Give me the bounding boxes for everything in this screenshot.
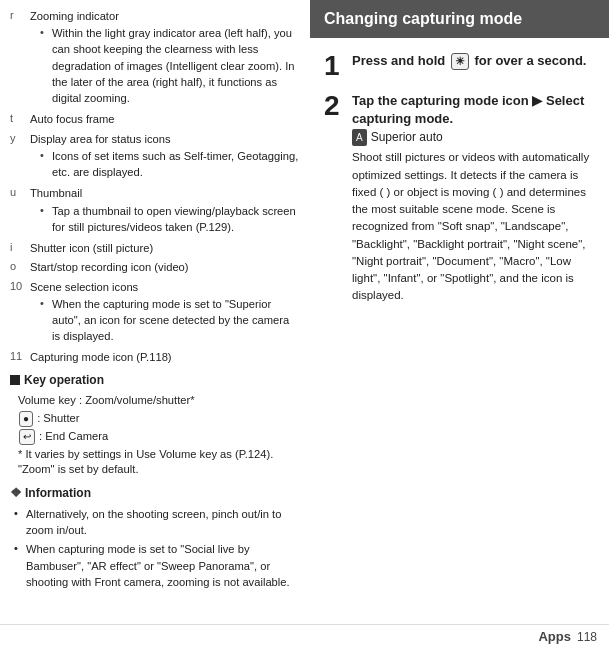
step-2-title-text: Tap the capturing mode icon xyxy=(352,93,529,108)
sub-item-10-0: • When the capturing mode is set to "Sup… xyxy=(40,296,300,345)
step-2-body-text: Shoot still pictures or videos with auto… xyxy=(352,151,589,301)
list-item-i: i Shutter icon (still picture) xyxy=(10,240,300,256)
marker-11: 11 xyxy=(10,349,30,365)
marker-t: t xyxy=(10,111,30,127)
step-2-content: Tap the capturing mode icon ▶ Select cap… xyxy=(352,92,595,305)
marker-r: r xyxy=(10,8,30,108)
item-10-sub: • When the capturing mode is set to "Sup… xyxy=(30,296,300,345)
item-u-sub: • Tap a thumbnail to open viewing/playba… xyxy=(30,203,300,235)
item-t-label: Auto focus frame xyxy=(30,113,115,125)
sub-y-0-text: Icons of set items such as Self-timer, G… xyxy=(52,148,300,180)
item-o-content: Start/stop recording icon (video) xyxy=(30,259,300,275)
info-0-text: Alternatively, on the shooting screen, p… xyxy=(26,506,300,538)
main-content: r Zooming indicator • Within the light g… xyxy=(0,0,609,624)
bullet: • xyxy=(40,296,52,345)
step-2-num: 2 xyxy=(324,92,342,120)
marker-u: u xyxy=(10,185,30,237)
sub-item-y-0: • Icons of set items such as Self-timer,… xyxy=(40,148,300,180)
end-key-icon: ↩ xyxy=(19,429,35,445)
superior-badge-icon: A xyxy=(352,129,367,146)
camera-icon: ☀ xyxy=(451,53,469,70)
key-op-shutter: ● : Shutter xyxy=(10,411,300,427)
item-u-content: Thumbnail • Tap a thumbnail to open view… xyxy=(30,185,300,237)
item-r-label: Zooming indicator xyxy=(30,10,119,22)
sub-item-u-0: • Tap a thumbnail to open viewing/playba… xyxy=(40,203,300,235)
item-t-content: Auto focus frame xyxy=(30,111,300,127)
diamond-icon: ❖ xyxy=(10,484,22,503)
item-y-label: Display area for status icons xyxy=(30,133,171,145)
item-u-label: Thumbnail xyxy=(30,187,82,199)
step-1-num: 1 xyxy=(324,52,342,80)
item-r-sub: • Within the light gray indicator area (… xyxy=(30,25,300,106)
superior-label: A Superior auto xyxy=(352,128,595,146)
info-1-text: When capturing mode is set to "Social li… xyxy=(26,541,300,590)
list-item-10: 10 Scene selection icons • When the capt… xyxy=(10,279,300,347)
sub-r-0-text: Within the light gray indicator area (le… xyxy=(52,25,300,106)
sub-10-0-text: When the capturing mode is set to "Super… xyxy=(52,296,300,345)
volume-label: Volume key : Zoom/volume/shutter* xyxy=(18,394,195,406)
page-number: 118 xyxy=(577,630,597,644)
list-item-r: r Zooming indicator • Within the light g… xyxy=(10,8,300,108)
bullet: • xyxy=(40,25,52,106)
sub-item-r-0: • Within the light gray indicator area (… xyxy=(40,25,300,106)
left-column: r Zooming indicator • Within the light g… xyxy=(0,0,310,624)
step-2-body: Shoot still pictures or videos with auto… xyxy=(352,149,595,304)
key-operation-header: Key operation xyxy=(10,372,300,389)
step-1-title-suffix: for over a second. xyxy=(474,53,586,68)
apps-label: Apps xyxy=(538,629,571,644)
list-item-o: o Start/stop recording icon (video) xyxy=(10,259,300,275)
bullet: • xyxy=(40,203,52,235)
item-i-content: Shutter icon (still picture) xyxy=(30,240,300,256)
step-1-title: Press and hold ☀ for over a second. xyxy=(352,52,595,70)
marker-10: 10 xyxy=(10,279,30,347)
item-r-content: Zooming indicator • Within the light gra… xyxy=(30,8,300,108)
marker-o: o xyxy=(10,259,30,275)
item-y-content: Display area for status icons • Icons of… xyxy=(30,131,300,183)
item-11-content: Capturing mode icon (P.118) xyxy=(30,349,300,365)
marker-i: i xyxy=(10,240,30,256)
sub-u-0-text: Tap a thumbnail to open viewing/playback… xyxy=(52,203,300,235)
item-o-label: Start/stop recording icon (video) xyxy=(30,261,189,273)
item-10-content: Scene selection icons • When the capturi… xyxy=(30,279,300,347)
step-1: 1 Press and hold ☀ for over a second. xyxy=(324,52,595,80)
square-icon xyxy=(10,375,20,385)
key-op-end: ↩ : End Camera xyxy=(10,429,300,445)
right-header: Changing capturing mode xyxy=(310,0,609,38)
step-1-title-text: Press and hold xyxy=(352,53,445,68)
key-op-label: Key operation xyxy=(24,372,104,389)
shutter-key-icon: ● xyxy=(19,411,33,427)
shutter-label: : Shutter xyxy=(37,412,79,424)
list-item-y: y Display area for status icons • Icons … xyxy=(10,131,300,183)
superior-label-text: Superior auto xyxy=(371,128,443,146)
step-2: 2 Tap the capturing mode icon ▶ Select c… xyxy=(324,92,595,305)
end-label: : End Camera xyxy=(39,430,108,442)
info-bullet-1: • When capturing mode is set to "Social … xyxy=(10,541,300,590)
key-op-note: * It varies by settings in Use Volume ke… xyxy=(10,447,300,478)
item-10-label: Scene selection icons xyxy=(30,281,138,293)
item-11-label: Capturing mode icon (P.118) xyxy=(30,351,172,363)
info-bullet-0: • Alternatively, on the shooting screen,… xyxy=(10,506,300,538)
item-y-sub: • Icons of set items such as Self-timer,… xyxy=(30,148,300,180)
bullet-dot: • xyxy=(14,541,26,590)
list-item-11: 11 Capturing mode icon (P.118) xyxy=(10,349,300,365)
key-op-note-text: * It varies by settings in Use Volume ke… xyxy=(18,448,273,476)
key-op-volume: Volume key : Zoom/volume/shutter* xyxy=(10,393,300,409)
marker-y: y xyxy=(10,131,30,183)
list-item-t: t Auto focus frame xyxy=(10,111,300,127)
step-2-arrow: ▶ xyxy=(532,93,542,108)
info-header-label: Information xyxy=(25,485,91,502)
footer: Apps 118 xyxy=(0,624,609,648)
right-header-text: Changing capturing mode xyxy=(324,10,522,27)
step-1-content: Press and hold ☀ for over a second. xyxy=(352,52,595,70)
list-item-u: u Thumbnail • Tap a thumbnail to open vi… xyxy=(10,185,300,237)
bullet-dot: • xyxy=(14,506,26,538)
right-body: 1 Press and hold ☀ for over a second. 2 … xyxy=(310,38,609,331)
info-header: ❖ Information xyxy=(10,484,300,503)
right-column: Changing capturing mode 1 Press and hold… xyxy=(310,0,609,624)
item-i-label: Shutter icon (still picture) xyxy=(30,242,153,254)
bullet: • xyxy=(40,148,52,180)
step-2-title: Tap the capturing mode icon ▶ Select cap… xyxy=(352,92,595,128)
info-section: ❖ Information • Alternatively, on the sh… xyxy=(10,484,300,590)
